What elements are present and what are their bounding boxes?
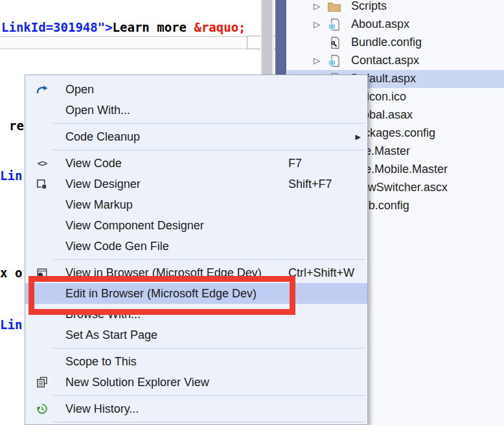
menu-shortcut: Shift+F7 [288, 178, 361, 191]
menu-shortcut: F7 [288, 157, 361, 170]
menu-item-open[interactable]: Open [25, 79, 367, 100]
expand-arrow-icon[interactable]: ▷ [314, 55, 323, 67]
menu-item-code-cleanup[interactable]: Code Cleanup ▶ [25, 126, 367, 147]
menu-shortcut: Ctrl+Shift+W [288, 266, 361, 280]
menu-item-scope-to-this[interactable]: Scope to This [25, 351, 367, 372]
menu-item-view-markup[interactable]: View Markup [25, 194, 367, 215]
code-fragment: re [9, 119, 24, 133]
code-fragment: Lin [0, 317, 22, 332]
code-token-entity: &raquo; [194, 20, 246, 34]
menu-item-label: Open With... [65, 104, 288, 117]
vs-window: LinkId=301948">Learn more &raquo; re Lin… [0, 0, 504, 425]
menu-separator [25, 257, 367, 262]
annotation-red-box [29, 276, 295, 315]
expand-arrow-icon[interactable]: ▷ [314, 19, 323, 30]
history-icon [34, 402, 50, 415]
config-icon [327, 36, 341, 49]
new-solution-explorer-icon [34, 376, 50, 389]
menu-item-label: View Code [65, 157, 288, 170]
code-token-text: Learn more [113, 20, 194, 34]
webpage-icon [327, 54, 341, 67]
menu-item-label: View Component Designer [65, 219, 288, 233]
menu-separator [25, 419, 367, 425]
tree-item-about-aspx[interactable]: ▷ About.aspx [287, 16, 504, 34]
menu-item-label: Open [65, 83, 288, 97]
menu-separator [25, 121, 367, 126]
menu-separator [25, 147, 367, 153]
tree-item-contact-aspx[interactable]: ▷ Contact.aspx [287, 52, 504, 70]
submenu-arrow-icon: ▶ [352, 133, 361, 141]
tree-item-bundle-config[interactable]: Bundle.config [287, 34, 504, 52]
folder-icon [327, 0, 341, 13]
menu-item-label: Set As Start Page [65, 328, 288, 342]
menu-item-view-code-gen-file[interactable]: View Code Gen File [25, 236, 367, 257]
open-arrow-icon [34, 83, 50, 96]
menu-item-new-solution-explorer-view[interactable]: New Solution Explorer View [25, 372, 367, 393]
menu-item-label: Code Cleanup [65, 130, 279, 144]
menu-item-view-designer[interactable]: View Designer Shift+F7 [25, 174, 367, 194]
tree-item-label: Scripts [351, 0, 387, 13]
webpage-icon [327, 18, 341, 31]
code-line: LinkId=301948">Learn more &raquo; [1, 20, 246, 34]
tree-item-label: Bundle.config [351, 36, 422, 49]
menu-item-view-code[interactable]: <> View Code F7 [25, 153, 367, 174]
menu-item-view-history[interactable]: View History... [25, 398, 367, 419]
menu-item-view-component-designer[interactable]: View Component Designer [25, 215, 367, 236]
menu-item-label: View Code Gen File [65, 240, 288, 253]
designer-icon [34, 178, 50, 190]
collapsed-region-strip [0, 36, 258, 49]
menu-item-label: View Markup [65, 198, 288, 212]
menu-item-set-as-start-page[interactable]: Set As Start Page [25, 325, 367, 345]
code-fragment: x o [0, 266, 22, 280]
menu-separator [25, 345, 367, 351]
tree-item-label: About.aspx [351, 17, 409, 31]
menu-item-label: View Designer [65, 178, 288, 191]
tree-item-scripts[interactable]: ▷ Scripts [287, 0, 504, 16]
tree-item-label: Contact.aspx [351, 54, 419, 67]
menu-item-label: View History... [65, 402, 288, 416]
context-menu: Open Open With... Code Cleanup ▶ <> View… [25, 75, 368, 425]
code-token-link: LinkId=301948"> [1, 20, 113, 34]
menu-item-label: New Solution Explorer View [65, 376, 288, 389]
code-fragment: Lin [0, 168, 22, 183]
menu-item-label: Scope to This [65, 355, 288, 369]
menu-separator [25, 393, 367, 398]
menu-item-open-with[interactable]: Open With... [25, 100, 367, 121]
expand-arrow-icon[interactable]: ▷ [314, 1, 323, 12]
code-icon: <> [38, 158, 47, 168]
